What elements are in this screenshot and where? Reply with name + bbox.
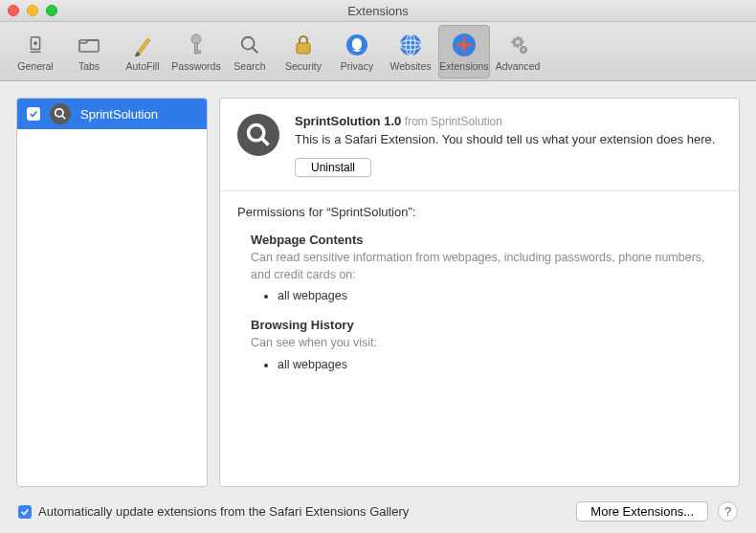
svg-point-19 <box>523 48 525 51</box>
tab-label: Websites <box>390 60 432 72</box>
window-controls <box>8 5 57 16</box>
tab-extensions[interactable]: Extensions <box>438 25 490 78</box>
privacy-icon <box>344 32 370 58</box>
svg-rect-3 <box>79 40 99 52</box>
magnify-icon <box>54 107 67 121</box>
extension-detail: SprintSolution 1.0 from SprintSolution T… <box>219 98 740 487</box>
tab-label: Tabs <box>78 60 100 72</box>
permission-heading: Browsing History <box>251 318 722 332</box>
svg-line-23 <box>262 139 269 145</box>
maximize-icon[interactable] <box>46 5 57 16</box>
preferences-toolbar: General Tabs AutoFill Passwords Search S… <box>0 22 756 81</box>
passwords-icon <box>183 32 210 58</box>
extensions-sidebar: SprintSolution <box>16 98 208 487</box>
extension-icon <box>50 103 71 124</box>
tab-general[interactable]: General <box>10 25 61 78</box>
extension-large-icon <box>237 114 279 156</box>
help-button[interactable]: ? <box>718 501 738 522</box>
svg-point-20 <box>56 109 63 117</box>
titlebar: Extensions <box>0 0 756 22</box>
permission-group-browsing-history: Browsing History Can see when you visit:… <box>251 318 722 371</box>
auto-update-row: Automatically update extensions from the… <box>18 504 409 519</box>
svg-point-1 <box>34 42 36 44</box>
tab-search[interactable]: Search <box>224 25 276 78</box>
extension-name: SprintSolution 1.0 <box>295 114 401 128</box>
extension-enabled-checkbox[interactable] <box>27 107 40 121</box>
extensions-icon <box>451 32 478 58</box>
tab-autofill[interactable]: AutoFill <box>117 25 168 78</box>
panels: SprintSolution SprintSolution 1.0 from S… <box>16 98 740 487</box>
svg-point-17 <box>516 39 521 44</box>
sidebar-item-label: SprintSolution <box>80 107 158 122</box>
detail-info: SprintSolution 1.0 from SprintSolution T… <box>295 114 722 177</box>
permission-group-webpage-contents: Webpage Contents Can read sensitive info… <box>251 233 722 302</box>
tab-label: AutoFill <box>125 60 159 72</box>
permission-list: all webpages <box>278 358 722 371</box>
window-title: Extensions <box>0 4 756 18</box>
footer: Automatically update extensions from the… <box>16 498 740 522</box>
tab-label: Security <box>285 60 322 72</box>
tab-tabs[interactable]: Tabs <box>63 25 115 78</box>
tab-label: Passwords <box>171 60 220 72</box>
from-prefix: from <box>405 115 428 128</box>
tab-privacy[interactable]: Privacy <box>331 25 383 78</box>
websites-icon <box>397 32 424 58</box>
permission-heading: Webpage Contents <box>251 233 722 247</box>
tab-label: Search <box>233 60 265 72</box>
tab-security[interactable]: Security <box>278 25 329 78</box>
permissions-section: Permissions for “SprintSolution”: Webpag… <box>220 191 739 400</box>
auto-update-label: Automatically update extensions from the… <box>38 504 409 519</box>
permission-desc: Can read sensitive information from webp… <box>251 250 722 283</box>
tabs-icon <box>76 32 102 58</box>
permissions-title: Permissions for “SprintSolution”: <box>237 205 722 219</box>
security-icon <box>290 32 317 58</box>
advanced-icon <box>504 32 531 58</box>
svg-rect-6 <box>195 51 201 54</box>
tab-advanced[interactable]: Advanced <box>492 25 544 78</box>
magnify-icon <box>245 122 272 148</box>
search-icon <box>236 32 263 58</box>
permission-bullet: all webpages <box>278 358 722 371</box>
permission-bullet: all webpages <box>278 289 722 302</box>
permission-desc: Can see when you visit: <box>251 335 722 352</box>
check-icon <box>20 507 30 517</box>
detail-header: SprintSolution 1.0 from SprintSolution T… <box>220 99 739 191</box>
check-icon <box>29 109 38 119</box>
extension-title-row: SprintSolution 1.0 from SprintSolution <box>295 114 722 128</box>
svg-point-7 <box>242 36 255 49</box>
auto-update-checkbox[interactable] <box>18 505 32 519</box>
extension-author: SprintSolution <box>431 115 502 128</box>
svg-line-21 <box>62 116 66 120</box>
tab-label: Advanced <box>496 60 541 72</box>
general-icon <box>22 32 49 58</box>
footer-right: More Extensions... ? <box>576 501 738 522</box>
tab-websites[interactable]: Websites <box>385 25 436 78</box>
tab-label: General <box>17 60 53 72</box>
permission-list: all webpages <box>278 289 722 302</box>
close-icon[interactable] <box>8 5 19 16</box>
extension-description: This is a Safari Extension. You should t… <box>295 131 722 148</box>
more-extensions-button[interactable]: More Extensions... <box>576 501 708 522</box>
tab-passwords[interactable]: Passwords <box>170 25 222 78</box>
minimize-icon[interactable] <box>27 5 38 16</box>
autofill-icon <box>129 32 156 58</box>
tab-label: Extensions <box>439 60 488 72</box>
content-area: SprintSolution SprintSolution 1.0 from S… <box>0 81 756 533</box>
svg-point-22 <box>249 125 264 141</box>
tab-label: Privacy <box>341 60 373 72</box>
svg-rect-9 <box>297 43 310 54</box>
svg-line-8 <box>253 47 258 53</box>
uninstall-button[interactable]: Uninstall <box>295 158 371 177</box>
sidebar-item-sprintsolution[interactable]: SprintSolution <box>17 99 207 129</box>
